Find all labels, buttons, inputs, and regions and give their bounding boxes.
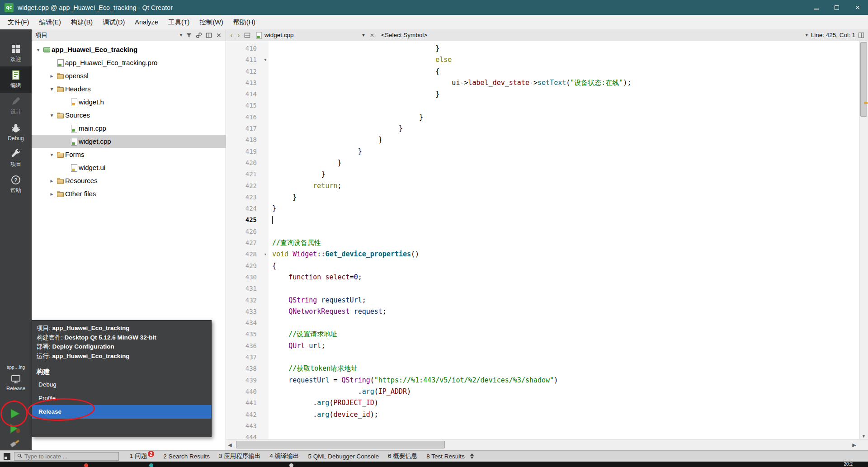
code-line-442[interactable]: .arg(device_id);: [272, 409, 859, 420]
output-pane-3[interactable]: 3 应用程序输出: [214, 452, 265, 460]
code-line-430[interactable]: function_select=0;: [272, 272, 859, 283]
build-button[interactable]: [6, 437, 24, 451]
split-icon[interactable]: [859, 33, 864, 38]
scroll-down-icon[interactable]: ▼: [859, 434, 868, 439]
code-line-414[interactable]: }: [272, 89, 859, 100]
kit-selector-button[interactable]: Release: [0, 374, 32, 391]
code-line-440[interactable]: .arg(IP_ADDR): [272, 386, 859, 397]
code-line-433[interactable]: QNetworkRequest request;: [272, 306, 859, 317]
kit-name-label[interactable]: app…ing: [0, 365, 32, 370]
vertical-scrollbar[interactable]: ▼: [859, 41, 868, 439]
tree-item-Headers[interactable]: ▾Headers: [32, 82, 226, 95]
output-pane-4[interactable]: 4 编译输出: [265, 452, 303, 460]
code-line-431[interactable]: [272, 283, 859, 294]
output-pane-5[interactable]: 5 QML Debugger Console: [304, 452, 383, 460]
fold-marker-icon[interactable]: ▾: [264, 54, 267, 66]
link-icon[interactable]: [196, 32, 202, 38]
tree-item-openssl[interactable]: ▸openssl: [32, 69, 226, 82]
tree-item-Resources[interactable]: ▸Resources: [32, 174, 226, 187]
code-line-438[interactable]: //获取token请求地址: [272, 363, 859, 374]
code-line-439[interactable]: requestUrl = QString("https://%1:443/v5/…: [272, 375, 859, 386]
menu-item-2[interactable]: 构建(B): [66, 15, 98, 29]
scroll-right-icon[interactable]: ▶: [850, 439, 858, 450]
mode-edit[interactable]: 编辑: [0, 66, 32, 93]
chevron-down-icon[interactable]: ▾: [48, 151, 56, 158]
output-pane-2[interactable]: 2 Search Results: [159, 452, 214, 460]
code-line-410[interactable]: }: [272, 43, 859, 54]
code-line-419[interactable]: }: [272, 146, 859, 157]
tree-item-app_Huawei_Eco_tracking.pro[interactable]: app_Huawei_Eco_tracking.pro: [32, 56, 226, 69]
pane-arrows-icon[interactable]: [470, 453, 474, 459]
locator-search[interactable]: [14, 452, 119, 461]
nav-forward-icon[interactable]: ›: [235, 31, 242, 39]
split-editor-icon[interactable]: [244, 32, 250, 38]
nav-back-icon[interactable]: ‹: [228, 31, 235, 39]
chevron-down-icon[interactable]: ▾: [48, 112, 56, 118]
tree-item-Sources[interactable]: ▾Sources: [32, 108, 226, 122]
menu-item-4[interactable]: Analyze: [130, 15, 163, 29]
close-pane-icon[interactable]: [216, 32, 222, 38]
chevron-right-icon[interactable]: ▸: [48, 191, 56, 197]
tree-item-app_Huawei_Eco_tracking[interactable]: ▾app_Huawei_Eco_tracking: [32, 43, 226, 56]
mode-welcome[interactable]: 欢迎: [0, 40, 32, 66]
close-button[interactable]: ×: [847, 0, 868, 15]
code-line-444[interactable]: [272, 432, 859, 439]
menu-item-0[interactable]: 文件(F): [3, 15, 34, 29]
code-line-415[interactable]: [272, 100, 859, 111]
mode-debug[interactable]: Debug: [0, 119, 32, 145]
code-line-425[interactable]: [272, 214, 859, 226]
pane-dropdown-icon[interactable]: ▾: [180, 33, 182, 38]
tree-item-widget.ui[interactable]: widget.ui: [32, 161, 226, 174]
code-line-428[interactable]: void Widget::Get_device_properties(): [272, 249, 859, 260]
code-line-434[interactable]: [272, 317, 859, 329]
split-view-icon[interactable]: [206, 32, 212, 38]
menu-item-5[interactable]: 工具(T): [163, 15, 195, 29]
code-line-441[interactable]: .arg(PROJECT_ID): [272, 397, 859, 409]
code-line-426[interactable]: [272, 226, 859, 237]
output-pane-8[interactable]: 8 Test Results: [422, 452, 469, 460]
menu-item-3[interactable]: 调试(D): [98, 15, 130, 29]
code-line-420[interactable]: }: [272, 157, 859, 169]
chevron-down-icon[interactable]: ▾: [48, 86, 56, 92]
fold-marker-icon[interactable]: ▾: [264, 249, 267, 260]
maximize-button[interactable]: [826, 0, 847, 15]
code-line-424[interactable]: }: [272, 203, 859, 214]
tree-item-main.cpp[interactable]: main.cpp: [32, 122, 226, 135]
kit-option-release[interactable]: Release: [32, 405, 211, 419]
code-line-432[interactable]: QString requestUrl;: [272, 295, 859, 306]
filter-funnel-icon[interactable]: [186, 32, 192, 38]
code-line-421[interactable]: }: [272, 169, 859, 180]
chevron-down-icon[interactable]: ▾: [34, 47, 42, 53]
code-line-423[interactable]: }: [272, 192, 859, 203]
toggle-sidebar-icon[interactable]: [4, 453, 10, 460]
mode-projects[interactable]: 项目: [0, 145, 32, 171]
code-line-418[interactable]: }: [272, 134, 859, 146]
output-pane-1[interactable]: 1 问题2: [125, 452, 159, 460]
code-line-429[interactable]: {: [272, 260, 859, 272]
code-line-435[interactable]: //设置请求地址: [272, 329, 859, 340]
code-line-413[interactable]: ui->label_dev_state->setText("设备状态:在线");: [272, 77, 859, 89]
output-pane-6[interactable]: 6 概要信息: [383, 452, 422, 460]
code-line-422[interactable]: return;: [272, 180, 859, 192]
horizontal-scrollbar-thumb[interactable]: [236, 441, 445, 448]
locator-input[interactable]: [24, 453, 116, 460]
tree-item-Forms[interactable]: ▾Forms: [32, 148, 226, 161]
code-line-443[interactable]: [272, 420, 859, 432]
symbol-dropdown[interactable]: <Select Symbol>: [377, 32, 806, 38]
menu-item-7[interactable]: 帮助(H): [228, 15, 260, 29]
code-line-427[interactable]: //查询设备属性: [272, 237, 859, 249]
code-view[interactable]: } else { ui->label_dev_state->setText("设…: [272, 41, 859, 439]
chevron-right-icon[interactable]: ▸: [48, 73, 56, 79]
mode-help[interactable]: ?帮助: [0, 171, 32, 198]
menu-item-1[interactable]: 编辑(E): [34, 15, 66, 29]
code-line-437[interactable]: [272, 352, 859, 363]
horizontal-scrollbar[interactable]: ◀ ▶: [226, 439, 868, 450]
scroll-left-icon[interactable]: ◀: [226, 439, 234, 450]
kit-option-profile[interactable]: Profile: [32, 392, 211, 405]
open-file-dropdown[interactable]: widget.cpp ▼: [252, 32, 368, 39]
code-line-412[interactable]: {: [272, 66, 859, 77]
minimize-button[interactable]: [806, 0, 826, 15]
close-document-button[interactable]: ×: [368, 31, 377, 39]
editor-menu-icon[interactable]: ▾: [806, 33, 808, 38]
run-button[interactable]: [6, 407, 24, 421]
